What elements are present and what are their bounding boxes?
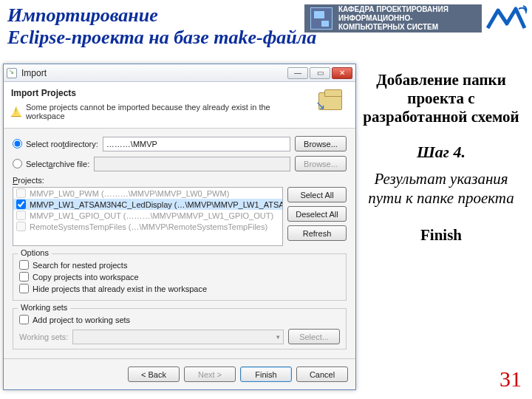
project-label: MMVP_LW0_PWM (………\MMVP\MMVP_LW0_PWM) xyxy=(30,189,229,198)
chevron-down-icon: ▾ xyxy=(276,333,280,341)
folder-import-icon: ↘ xyxy=(316,88,348,116)
opt-hide-label: Hide projects that already exist in the … xyxy=(33,284,207,293)
banner-message: Some projects cannot be imported because… xyxy=(11,103,310,120)
opt-hide-checkbox[interactable] xyxy=(19,284,29,293)
ws-add-checkbox[interactable] xyxy=(19,315,29,324)
opt-hide-row[interactable]: Hide projects that already exist in the … xyxy=(19,284,340,293)
banner-message-text: Some projects cannot be imported because… xyxy=(26,103,310,120)
wizard-banner: Import Projects Some projects cannot be … xyxy=(4,82,355,129)
root-dir-radio[interactable] xyxy=(13,139,22,149)
ws-select-button: Select... xyxy=(288,329,340,344)
titlebar[interactable]: Import — ▭ ✕ xyxy=(4,64,355,82)
project-row: MMVP_LW1_GPIO_OUT (………\MMVP\MMVP_LW1_GPI… xyxy=(13,210,282,221)
close-button[interactable]: ✕ xyxy=(332,67,352,79)
root-dir-input[interactable] xyxy=(103,137,290,151)
select-all-button[interactable]: Select All xyxy=(287,187,347,202)
opt-search-row[interactable]: Search for nested projects xyxy=(19,260,340,270)
ws-label: Working sets: xyxy=(19,332,68,341)
project-row[interactable]: MMVP_LW1_ATSAM3N4C_LedDisplay (…\MMVP\MM… xyxy=(13,199,282,210)
institution-logo xyxy=(485,3,529,33)
import-dialog: Import — ▭ ✕ Import Projects Some projec… xyxy=(3,64,356,390)
dialog-footer: < Back Next > Finish Cancel xyxy=(4,358,355,389)
options-legend: Options xyxy=(18,248,52,257)
window-title: Import xyxy=(21,68,287,78)
opt-copy-label: Copy projects into workspace xyxy=(33,273,139,282)
root-dir-radio-label[interactable]: Select root directory: xyxy=(13,139,98,149)
ws-add-label: Add project to working sets xyxy=(33,316,130,324)
department-text: КАФЕДРА ПРОЕКТИРОВАНИЯ ИНФОРМАЦИОННО- КО… xyxy=(338,5,449,32)
project-label: RemoteSystemsTempFiles (…\MMVP\RemoteSys… xyxy=(30,222,267,231)
banner-title: Import Projects xyxy=(11,88,310,98)
annotation-desc: Добавление папки проекта с разработанной… xyxy=(358,71,525,126)
opt-copy-row[interactable]: Copy projects into workspace xyxy=(19,272,340,282)
working-sets-group: Working sets Add project to working sets… xyxy=(13,308,347,349)
project-label: MMVP_LW1_GPIO_OUT (………\MMVP\MMVP_LW1_GPI… xyxy=(30,211,273,220)
project-checkbox xyxy=(16,222,26,231)
annotation-step: Шаг 4. xyxy=(358,143,525,162)
ws-add-row[interactable]: Add project to working sets xyxy=(19,315,340,324)
project-row: RemoteSystemsTempFiles (…\MMVP\RemoteSys… xyxy=(13,221,282,232)
ws-combo: ▾ xyxy=(72,330,284,344)
project-row: MMVP_LW0_PWM (………\MMVP\MMVP_LW0_PWM) xyxy=(13,188,282,199)
root-dir-row: Select root directory: Browse... xyxy=(13,136,347,151)
department-badge: КАФЕДРА ПРОЕКТИРОВАНИЯ ИНФОРМАЦИОННО- КО… xyxy=(304,4,482,33)
annotation-finish: Finish xyxy=(358,226,525,245)
archive-row: Select archive file: Browse... xyxy=(13,156,347,171)
projects-list[interactable]: MMVP_LW0_PWM (………\MMVP\MMVP_LW0_PWM)MMVP… xyxy=(13,187,283,246)
cancel-button[interactable]: Cancel xyxy=(296,366,348,382)
opt-search-checkbox[interactable] xyxy=(19,260,29,270)
annotation-column: Добавление папки проекта с разработанной… xyxy=(358,71,525,245)
project-label: MMVP_LW1_ATSAM3N4C_LedDisplay (…\MMVP\MM… xyxy=(30,200,283,209)
browse-root-button[interactable]: Browse... xyxy=(295,136,347,151)
warning-icon xyxy=(11,106,21,117)
archive-label-post: rchive file: xyxy=(53,160,90,168)
archive-input xyxy=(94,157,290,171)
project-checkbox xyxy=(16,211,26,220)
dialog-body: Select root directory: Browse... Select … xyxy=(4,129,355,358)
window-controls: — ▭ ✕ xyxy=(287,67,352,79)
projects-side-buttons: Select All Deselect All Refresh xyxy=(287,187,347,246)
projects-label: PProjects:rojects: xyxy=(13,176,347,185)
refresh-button[interactable]: Refresh xyxy=(287,225,347,241)
archive-radio[interactable] xyxy=(13,159,22,168)
browse-archive-button: Browse... xyxy=(295,156,347,171)
deselect-all-button[interactable]: Deselect All xyxy=(287,206,347,222)
back-button[interactable]: < Back xyxy=(128,366,180,382)
minimize-button[interactable]: — xyxy=(287,67,308,79)
annotation-result: Результат указания пути к папке проекта xyxy=(358,169,525,208)
opt-copy-checkbox[interactable] xyxy=(19,272,29,282)
root-label-pre: Select roo xyxy=(26,140,63,149)
root-label-post: directory: xyxy=(65,140,98,149)
project-checkbox xyxy=(16,188,26,198)
import-icon xyxy=(7,68,17,78)
projects-area: MMVP_LW0_PWM (………\MMVP\MMVP_LW0_PWM)MMVP… xyxy=(13,187,347,246)
archive-radio-label[interactable]: Select archive file: xyxy=(13,159,89,168)
department-icon xyxy=(310,7,332,30)
project-checkbox[interactable] xyxy=(16,200,26,209)
options-group: Options Search for nested projects Copy … xyxy=(13,253,347,301)
maximize-button[interactable]: ▭ xyxy=(310,67,330,79)
department-line2: ИНФОРМАЦИОННО- xyxy=(338,14,449,23)
next-button: Next > xyxy=(184,366,236,382)
finish-button[interactable]: Finish xyxy=(240,366,292,382)
page-number: 31 xyxy=(499,366,522,392)
department-line1: КАФЕДРА ПРОЕКТИРОВАНИЯ xyxy=(338,5,449,14)
archive-label-pre: Select xyxy=(26,160,49,168)
opt-search-label: Search for nested projects xyxy=(33,261,127,270)
ws-select-row: Working sets: ▾ Select... xyxy=(19,329,340,344)
slide-title-text: Импортирование Eclipse-проекта на базе m… xyxy=(7,4,316,48)
department-line3: КОМПЬЮТЕРНЫХ СИСТЕМ xyxy=(338,23,449,32)
ws-legend: Working sets xyxy=(18,303,70,312)
